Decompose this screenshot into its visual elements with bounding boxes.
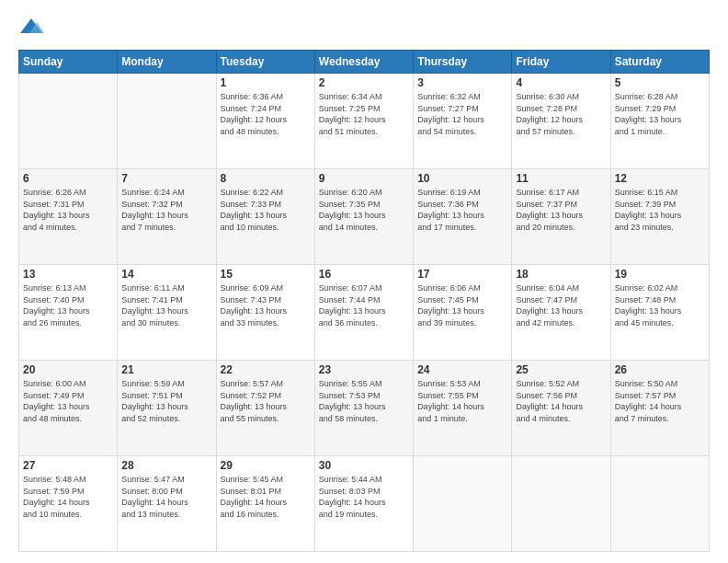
day-cell: 29Sunrise: 5:45 AMSunset: 8:01 PMDayligh… <box>216 456 314 552</box>
week-row-1: 1Sunrise: 6:36 AMSunset: 7:24 PMDaylight… <box>19 74 710 169</box>
logo <box>18 15 48 40</box>
day-cell: 18Sunrise: 6:04 AMSunset: 7:47 PMDayligh… <box>512 265 610 361</box>
day-number: 20 <box>23 363 113 376</box>
day-number: 2 <box>319 76 409 89</box>
day-info: Sunrise: 6:17 AMSunset: 7:37 PMDaylight:… <box>516 187 606 233</box>
day-number: 19 <box>615 268 705 281</box>
day-info: Sunrise: 6:24 AMSunset: 7:32 PMDaylight:… <box>121 187 211 233</box>
day-info: Sunrise: 5:59 AMSunset: 7:51 PMDaylight:… <box>121 378 211 424</box>
day-info: Sunrise: 6:30 AMSunset: 7:28 PMDaylight:… <box>516 91 606 137</box>
day-number: 23 <box>319 363 409 376</box>
day-info: Sunrise: 5:53 AMSunset: 7:55 PMDaylight:… <box>417 378 507 424</box>
col-monday: Monday <box>118 51 216 74</box>
day-number: 28 <box>121 459 211 472</box>
week-row-4: 20Sunrise: 6:00 AMSunset: 7:49 PMDayligh… <box>19 361 710 456</box>
day-cell: 3Sunrise: 6:32 AMSunset: 7:27 PMDaylight… <box>414 74 512 169</box>
col-friday: Friday <box>512 51 610 74</box>
day-info: Sunrise: 5:57 AMSunset: 7:52 PMDaylight:… <box>221 378 311 424</box>
day-info: Sunrise: 6:09 AMSunset: 7:43 PMDaylight:… <box>221 282 311 328</box>
day-info: Sunrise: 6:34 AMSunset: 7:25 PMDaylight:… <box>319 91 409 137</box>
day-cell <box>512 456 610 552</box>
day-info: Sunrise: 6:36 AMSunset: 7:24 PMDaylight:… <box>221 91 311 137</box>
day-number: 1 <box>221 76 311 89</box>
day-cell: 4Sunrise: 6:30 AMSunset: 7:28 PMDaylight… <box>512 74 610 169</box>
day-number: 6 <box>23 172 113 185</box>
day-info: Sunrise: 6:06 AMSunset: 7:45 PMDaylight:… <box>417 282 507 328</box>
day-info: Sunrise: 6:00 AMSunset: 7:49 PMDaylight:… <box>23 378 113 424</box>
day-cell: 15Sunrise: 6:09 AMSunset: 7:43 PMDayligh… <box>216 265 314 361</box>
day-cell: 25Sunrise: 5:52 AMSunset: 7:56 PMDayligh… <box>512 361 610 456</box>
day-cell <box>118 74 216 169</box>
page: Sunday Monday Tuesday Wednesday Thursday… <box>0 0 728 563</box>
day-info: Sunrise: 5:55 AMSunset: 7:53 PMDaylight:… <box>319 378 409 424</box>
day-cell: 9Sunrise: 6:20 AMSunset: 7:35 PMDaylight… <box>314 169 413 265</box>
day-number: 17 <box>417 268 507 281</box>
day-cell: 27Sunrise: 5:48 AMSunset: 7:59 PMDayligh… <box>19 456 118 552</box>
day-cell: 13Sunrise: 6:13 AMSunset: 7:40 PMDayligh… <box>19 265 118 361</box>
week-row-3: 13Sunrise: 6:13 AMSunset: 7:40 PMDayligh… <box>19 265 710 361</box>
day-number: 21 <box>121 363 211 376</box>
day-number: 3 <box>417 76 507 89</box>
day-number: 10 <box>417 172 507 185</box>
day-info: Sunrise: 6:28 AMSunset: 7:29 PMDaylight:… <box>615 91 705 137</box>
day-number: 27 <box>23 459 113 472</box>
header-row: Sunday Monday Tuesday Wednesday Thursday… <box>19 51 710 74</box>
day-cell: 26Sunrise: 5:50 AMSunset: 7:57 PMDayligh… <box>610 361 709 456</box>
day-info: Sunrise: 6:04 AMSunset: 7:47 PMDaylight:… <box>516 282 606 328</box>
day-cell: 21Sunrise: 5:59 AMSunset: 7:51 PMDayligh… <box>118 361 216 456</box>
day-cell: 8Sunrise: 6:22 AMSunset: 7:33 PMDaylight… <box>216 169 314 265</box>
day-cell: 14Sunrise: 6:11 AMSunset: 7:41 PMDayligh… <box>118 265 216 361</box>
day-cell: 17Sunrise: 6:06 AMSunset: 7:45 PMDayligh… <box>414 265 512 361</box>
day-number: 13 <box>23 268 113 281</box>
day-info: Sunrise: 6:15 AMSunset: 7:39 PMDaylight:… <box>615 187 705 233</box>
day-number: 8 <box>221 172 311 185</box>
day-info: Sunrise: 6:07 AMSunset: 7:44 PMDaylight:… <box>319 282 409 328</box>
day-cell: 2Sunrise: 6:34 AMSunset: 7:25 PMDaylight… <box>314 74 413 169</box>
day-info: Sunrise: 6:20 AMSunset: 7:35 PMDaylight:… <box>319 187 409 233</box>
col-saturday: Saturday <box>610 51 709 74</box>
day-info: Sunrise: 6:32 AMSunset: 7:27 PMDaylight:… <box>417 91 507 137</box>
day-number: 11 <box>516 172 606 185</box>
day-cell <box>414 456 512 552</box>
day-cell: 22Sunrise: 5:57 AMSunset: 7:52 PMDayligh… <box>216 361 314 456</box>
col-sunday: Sunday <box>19 51 118 74</box>
week-row-5: 27Sunrise: 5:48 AMSunset: 7:59 PMDayligh… <box>19 456 710 552</box>
col-thursday: Thursday <box>414 51 512 74</box>
day-info: Sunrise: 6:13 AMSunset: 7:40 PMDaylight:… <box>23 282 113 328</box>
day-number: 26 <box>615 363 705 376</box>
day-cell: 24Sunrise: 5:53 AMSunset: 7:55 PMDayligh… <box>414 361 512 456</box>
day-cell: 1Sunrise: 6:36 AMSunset: 7:24 PMDaylight… <box>216 74 314 169</box>
day-info: Sunrise: 5:48 AMSunset: 7:59 PMDaylight:… <box>23 474 113 520</box>
day-info: Sunrise: 6:22 AMSunset: 7:33 PMDaylight:… <box>221 187 311 233</box>
day-number: 22 <box>221 363 311 376</box>
day-cell <box>19 74 118 169</box>
day-cell: 16Sunrise: 6:07 AMSunset: 7:44 PMDayligh… <box>314 265 413 361</box>
day-number: 12 <box>615 172 705 185</box>
day-cell: 19Sunrise: 6:02 AMSunset: 7:48 PMDayligh… <box>610 265 709 361</box>
day-info: Sunrise: 5:47 AMSunset: 8:00 PMDaylight:… <box>121 474 211 520</box>
day-info: Sunrise: 5:50 AMSunset: 7:57 PMDaylight:… <box>615 378 705 424</box>
day-number: 7 <box>121 172 211 185</box>
day-number: 29 <box>221 459 311 472</box>
day-number: 14 <box>121 268 211 281</box>
day-cell: 28Sunrise: 5:47 AMSunset: 8:00 PMDayligh… <box>118 456 216 552</box>
day-number: 4 <box>516 76 606 89</box>
day-cell: 20Sunrise: 6:00 AMSunset: 7:49 PMDayligh… <box>19 361 118 456</box>
day-cell: 7Sunrise: 6:24 AMSunset: 7:32 PMDaylight… <box>118 169 216 265</box>
col-tuesday: Tuesday <box>216 51 314 74</box>
day-cell: 12Sunrise: 6:15 AMSunset: 7:39 PMDayligh… <box>610 169 709 265</box>
day-cell: 11Sunrise: 6:17 AMSunset: 7:37 PMDayligh… <box>512 169 610 265</box>
day-number: 9 <box>319 172 409 185</box>
day-number: 16 <box>319 268 409 281</box>
day-cell: 6Sunrise: 6:26 AMSunset: 7:31 PMDaylight… <box>19 169 118 265</box>
day-number: 15 <box>221 268 311 281</box>
day-info: Sunrise: 6:19 AMSunset: 7:36 PMDaylight:… <box>417 187 507 233</box>
day-info: Sunrise: 6:26 AMSunset: 7:31 PMDaylight:… <box>23 187 113 233</box>
day-number: 24 <box>417 363 507 376</box>
logo-icon <box>18 15 44 40</box>
day-number: 25 <box>516 363 606 376</box>
day-cell <box>610 456 709 552</box>
week-row-2: 6Sunrise: 6:26 AMSunset: 7:31 PMDaylight… <box>19 169 710 265</box>
day-number: 18 <box>516 268 606 281</box>
day-cell: 30Sunrise: 5:44 AMSunset: 8:03 PMDayligh… <box>314 456 413 552</box>
